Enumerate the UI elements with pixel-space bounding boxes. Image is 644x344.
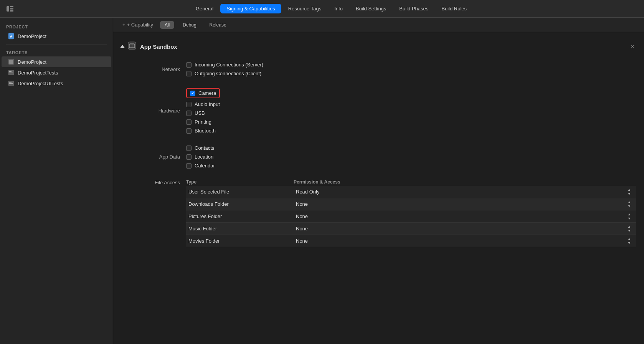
hardware-group: Hardware Camera Audio I [136,84,636,137]
camera-row: Camera [186,86,220,100]
capability-body: Network Incoming Connections (Server) Ou… [121,55,636,251]
outgoing-connections-row: Outgoing Connections (Client) [186,69,263,78]
collapse-triangle-icon[interactable] [120,45,125,48]
location-label: Location [195,154,213,160]
tab-build-phases[interactable]: Build Phases [393,4,434,13]
top-nav: General Signing & Capabilities Resource … [0,0,644,18]
project-section-label: PROJECT [0,22,113,31]
usb-checkbox[interactable] [186,111,192,116]
stepper-button[interactable]: ▲ ▼ [627,188,631,196]
contacts-checkbox[interactable] [186,146,192,151]
svg-rect-2 [10,8,13,9]
file-type-cell: Pictures Folder [188,213,296,219]
target-icon-demouitests [8,80,15,87]
col-perm-header: Permission & Access [294,179,636,185]
svg-rect-3 [10,10,13,12]
file-access-label: File Access [136,178,186,247]
hardware-label: Hardware [136,108,186,114]
capability-close-button[interactable]: × [629,43,636,50]
file-perm-cell: None ▲ ▼ [296,212,634,220]
camera-label: Camera [198,90,216,96]
incoming-checkbox[interactable] [186,62,192,68]
outgoing-checkbox[interactable] [186,71,192,76]
bluetooth-row: Bluetooth [186,126,220,135]
stepper-button[interactable]: ▲ ▼ [627,200,631,208]
file-access-section: File Access Type Permission & Access Use… [136,178,636,247]
target-icon-demoprojtests [8,69,15,76]
file-type-cell: Music Folder [188,226,296,232]
filter-release-button[interactable]: Release [205,21,231,29]
target-label-demouitests: DemoProjectUITests [18,81,63,86]
target-icon-demoproj [8,58,15,65]
perm-value: None [296,201,308,207]
contacts-label: Contacts [195,145,214,151]
audio-input-row: Audio Input [186,100,220,109]
file-table-row: Movies Folder None ▲ ▼ [186,235,636,247]
bluetooth-label: Bluetooth [195,128,216,134]
perm-value: Read Only [296,189,319,195]
svg-rect-12 [9,82,12,83]
sidebar-divider [6,45,107,45]
printing-label: Printing [195,119,211,125]
svg-rect-10 [9,73,13,73]
tab-build-rules[interactable]: Build Rules [435,4,473,13]
file-table-header: Type Permission & Access [186,178,636,186]
svg-rect-13 [9,83,13,84]
svg-rect-7 [9,60,13,64]
location-checkbox[interactable] [186,154,192,160]
sidebar-toggle-button[interactable] [4,3,16,15]
usb-label: USB [195,110,205,116]
file-table-row: User Selected File Read Only ▲ ▼ [186,186,636,198]
toolbar: + + Capability All Debug Release [113,18,644,32]
app-data-label: App Data [136,154,186,160]
svg-rect-0 [7,6,9,12]
sidebar-item-demouitests[interactable]: DemoProjectUITests [2,78,111,89]
file-type-cell: User Selected File [188,189,296,195]
project-file-icon: A [8,33,15,40]
network-label: Network [136,66,186,72]
stepper-button[interactable]: ▲ ▼ [627,212,631,220]
stepper-button[interactable]: ▲ ▼ [627,237,631,245]
audio-input-checkbox[interactable] [186,102,192,107]
plus-icon: + [122,22,125,28]
svg-text:A: A [10,35,13,38]
target-label-demoprojtests: DemoProjectTests [18,70,58,76]
incoming-label: Incoming Connections (Server) [195,62,263,68]
tab-build-settings[interactable]: Build Settings [350,4,393,13]
filter-debug-button[interactable]: Debug [178,21,201,29]
perm-value: None [296,213,308,219]
app-data-options: Contacts Location Calendar [186,144,215,170]
file-type-cell: Downloads Folder [188,201,296,207]
tab-resource-tags[interactable]: Resource Tags [282,4,327,13]
perm-value: None [296,238,308,244]
add-capability-button[interactable]: + + Capability [119,21,156,29]
filter-all-button[interactable]: All [160,21,174,29]
content-area: + + Capability All Debug Release Ap [113,18,644,344]
network-row: Network Incoming Connections (Server) Ou… [136,58,636,80]
usb-row: USB [186,109,220,117]
app-data-group: App Data Contacts Location [136,142,636,172]
stepper-button[interactable]: ▲ ▼ [627,225,631,233]
calendar-checkbox[interactable] [186,163,192,169]
camera-checkbox[interactable] [190,91,195,96]
bluetooth-checkbox[interactable] [186,128,192,134]
file-perm-cell: Read Only ▲ ▼ [296,188,634,196]
sidebar-item-demoprojtests[interactable]: DemoProjectTests [2,67,111,78]
printing-checkbox[interactable] [186,119,192,125]
file-type-cell: Movies Folder [188,238,296,244]
tab-general[interactable]: General [190,4,220,13]
calendar-row: Calendar [186,161,215,170]
sidebar: PROJECT A DemoProject TARGETS DemoProjec… [0,18,113,344]
audio-input-label: Audio Input [195,101,220,107]
tab-info[interactable]: Info [328,4,349,13]
tab-signing[interactable]: Signing & Capabilities [220,4,281,13]
file-perm-cell: None ▲ ▼ [296,237,634,245]
sidebar-item-project[interactable]: A DemoProject [2,31,111,41]
network-options: Incoming Connections (Server) Outgoing C… [186,60,263,78]
project-label: DemoProject [18,33,46,39]
nav-tabs: General Signing & Capabilities Resource … [22,4,640,13]
add-capability-label: + Capability [127,22,153,28]
sidebar-item-demoproj[interactable]: DemoProject [2,56,111,67]
perm-value: None [296,226,308,232]
sandbox-icon [128,41,136,51]
